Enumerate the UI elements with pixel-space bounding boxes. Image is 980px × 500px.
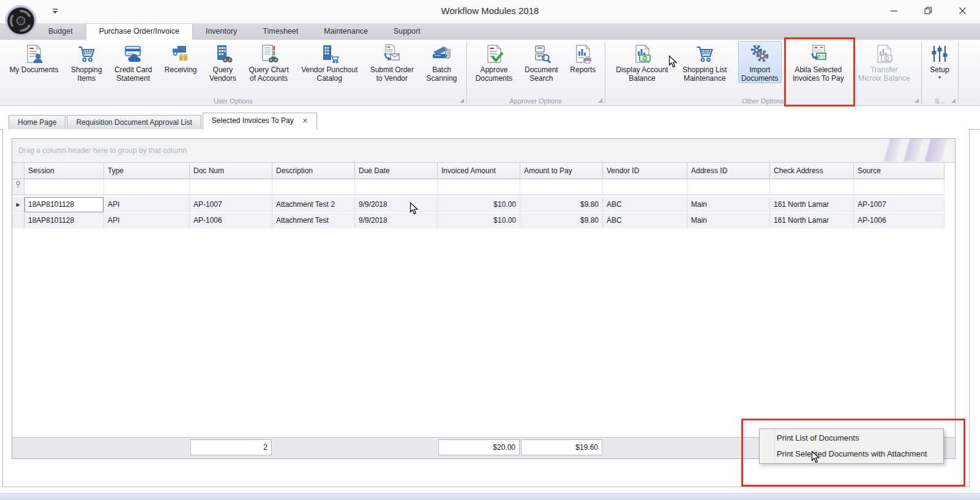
- cell-session[interactable]: 18AP8101128: [24, 213, 104, 229]
- filter-cell-due-date[interactable]: [355, 179, 438, 195]
- doc-tab-selected-invoices-to-pay[interactable]: Selected Invoices To Pay✕: [203, 113, 317, 130]
- ribbon-button-query-vendors[interactable]: Query Vendors: [206, 41, 239, 83]
- cell-due-date[interactable]: 9/9/2018: [355, 213, 438, 229]
- cell-description[interactable]: Attachment Test: [272, 213, 355, 229]
- column-header-due-date[interactable]: Due Date: [355, 163, 438, 179]
- menu-item-print-list-of-documents[interactable]: Print List of Documents: [760, 430, 943, 446]
- row-indicator: [12, 213, 24, 229]
- cell-source[interactable]: AP-1006: [854, 213, 944, 229]
- ribbon-button-batch-scanning[interactable]: Batch Scanning: [423, 41, 460, 83]
- cell-check-address[interactable]: 161 North Lamar: [770, 213, 854, 229]
- filter-cell-description[interactable]: [272, 179, 355, 195]
- dropdown-arrow-icon: ▼: [938, 75, 942, 80]
- ribbon-button-submit-order-to-vendor[interactable]: Submit Order to Vendor: [367, 41, 417, 83]
- cell-vendor-id[interactable]: ABC: [603, 213, 687, 229]
- column-header-invoiced-amount[interactable]: Invoiced Amount: [438, 163, 520, 179]
- cell-doc-num[interactable]: AP-1006: [190, 213, 272, 229]
- cell-vendor-id[interactable]: ABC: [603, 197, 687, 213]
- cell-session[interactable]: 18AP8101128: [24, 197, 104, 213]
- cell-source[interactable]: AP-1007: [854, 197, 944, 213]
- filter-cell-address-id[interactable]: [687, 179, 770, 195]
- filter-cell-invoiced-amount[interactable]: [438, 179, 520, 195]
- app-logo-icon[interactable]: [5, 5, 37, 37]
- ribbon-button-query-chart-of-accounts[interactable]: Query Chart of Accounts: [245, 41, 291, 83]
- dialog-launcher-icon[interactable]: [460, 99, 464, 103]
- ribbon-button-shopping-items[interactable]: Shopping Items: [68, 41, 105, 83]
- ribbon-tab-support[interactable]: Support: [381, 23, 433, 40]
- ribbon-button-reports[interactable]: Reports: [567, 41, 599, 75]
- shopping-cart-icon: [694, 43, 715, 64]
- cell-due-date[interactable]: 9/9/2018: [355, 197, 438, 213]
- column-header-address-id[interactable]: Address ID: [687, 163, 770, 179]
- doc-tab-requisition-document-approval-list[interactable]: Requisition Document Approval List: [67, 115, 201, 129]
- ribbon-group-label: Other Options: [605, 97, 921, 105]
- ribbon-button-vendor-punchout-catalog[interactable]: Vendor Punchout Catalog: [298, 41, 361, 83]
- ribbon-button-shopping-list-maintenance[interactable]: Shopping List Maintenance: [679, 41, 730, 83]
- dialog-launcher-icon[interactable]: [915, 99, 919, 103]
- title-bar: Workflow Modules 2018: [0, 0, 980, 23]
- cell-invoiced-amount[interactable]: $10.00: [438, 197, 520, 213]
- filter-cell-check-address[interactable]: [770, 179, 854, 195]
- my-documents-icon: [23, 43, 44, 64]
- ribbon-tab-maintenance[interactable]: Maintenance: [311, 23, 381, 40]
- close-tab-icon[interactable]: ✕: [302, 117, 308, 124]
- window-bottom-edge: [0, 493, 980, 500]
- menu-item-print-selected-documents-with-attachment[interactable]: Print Selected Documents with Attachment: [760, 446, 943, 462]
- filter-cell-amount-to-pay[interactable]: [520, 179, 603, 195]
- doc-tab-home-page[interactable]: Home Page: [9, 115, 65, 129]
- column-header-doc-num[interactable]: Doc Num: [190, 163, 272, 179]
- ribbon-button-document-search[interactable]: Document Search: [522, 41, 561, 83]
- grid-rows: ▶18AP8101128APIAP-1007Attachment Test 29…: [12, 197, 955, 229]
- cell-address-id[interactable]: Main: [687, 213, 770, 229]
- column-header-session[interactable]: Session: [24, 163, 104, 179]
- invoices-grid: Drag a column header here to group by th…: [12, 138, 956, 459]
- ribbon-tab-bar: BudgetPurchase Order/InvoiceInventoryTim…: [0, 23, 980, 40]
- receiving-truck-icon: [170, 43, 191, 64]
- cell-invoiced-amount[interactable]: $10.00: [438, 213, 520, 229]
- transfer-microix-balance-icon: $: [873, 43, 894, 64]
- column-header-check-address[interactable]: Check Address: [770, 163, 854, 179]
- grid-row[interactable]: ▶18AP8101128APIAP-1007Attachment Test 29…: [12, 197, 955, 213]
- cell-amount-to-pay[interactable]: $9.80: [520, 213, 603, 229]
- column-header-vendor-id[interactable]: Vendor ID: [603, 163, 687, 179]
- cell-address-id[interactable]: Main: [687, 197, 770, 213]
- ribbon-button-my-documents[interactable]: My Documents: [6, 41, 61, 75]
- quick-access-toolbar-dropdown-icon[interactable]: [51, 7, 60, 15]
- doc-tab-label: Requisition Document Approval List: [76, 118, 192, 127]
- column-header-type[interactable]: Type: [104, 163, 190, 179]
- ribbon-tab-purchase-order-invoice[interactable]: Purchase Order/Invoice: [86, 23, 193, 40]
- cell-doc-num[interactable]: AP-1007: [190, 197, 272, 213]
- cell-type[interactable]: API: [104, 197, 190, 213]
- filter-cell-type[interactable]: [104, 179, 190, 195]
- ribbon-tab-inventory[interactable]: Inventory: [193, 23, 250, 40]
- ribbon-button-receiving[interactable]: Receiving: [162, 41, 200, 75]
- cell-amount-to-pay[interactable]: $9.80: [520, 197, 603, 213]
- svg-text:$: $: [644, 56, 646, 60]
- grid-row[interactable]: 18AP8101128APIAP-1006Attachment Test9/9/…: [12, 213, 955, 229]
- ribbon-button-abila-selected-invoices-to-pay[interactable]: Abila Selected Invoices To Pay: [790, 41, 847, 83]
- restore-button[interactable]: [919, 2, 937, 18]
- filter-cell-source[interactable]: [854, 179, 944, 195]
- column-header-description[interactable]: Description: [272, 163, 355, 179]
- minimize-button[interactable]: [885, 2, 903, 18]
- ribbon-button-credit-card-statement[interactable]: Credit Card Statement: [111, 41, 155, 83]
- filter-cell-doc-num[interactable]: [190, 179, 272, 195]
- dialog-launcher-icon[interactable]: [598, 99, 602, 103]
- column-header-amount-to-pay[interactable]: Amount to Pay: [520, 163, 603, 179]
- ribbon-button-display-account-balance[interactable]: $Display Account Balance: [613, 41, 671, 83]
- dialog-launcher-icon[interactable]: [951, 99, 956, 103]
- group-by-panel[interactable]: Drag a column header here to group by th…: [12, 139, 955, 163]
- filter-cell-session[interactable]: [24, 179, 104, 195]
- cell-check-address[interactable]: 161 North Lamar: [770, 197, 854, 213]
- filter-cell-vendor-id[interactable]: [603, 179, 687, 195]
- ribbon-group-approver-options: Approve DocumentsDocument SearchReportsA…: [466, 40, 605, 105]
- close-button[interactable]: [953, 2, 971, 18]
- cell-description[interactable]: Attachment Test 2: [272, 197, 355, 213]
- ribbon-button-import-documents[interactable]: Import Documents: [738, 41, 782, 83]
- ribbon-tab-timesheet[interactable]: Timesheet: [250, 23, 311, 40]
- ribbon-tab-budget[interactable]: Budget: [36, 23, 86, 40]
- cell-type[interactable]: API: [104, 213, 190, 229]
- ribbon-button-approve-documents[interactable]: Approve Documents: [473, 41, 516, 83]
- ribbon-button-setup[interactable]: Setup▼: [926, 41, 953, 80]
- column-header-source[interactable]: Source: [854, 163, 944, 179]
